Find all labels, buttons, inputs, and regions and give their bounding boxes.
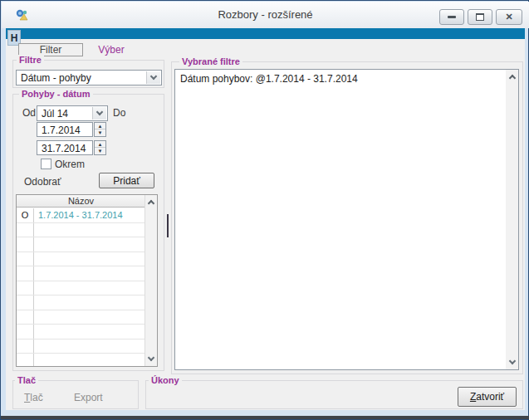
filters-group-label: Filtre xyxy=(17,55,44,65)
row-flag-cell xyxy=(17,266,34,281)
table-header-nazov[interactable]: Názov xyxy=(17,195,145,208)
close-window-button[interactable]: ✕ xyxy=(496,9,522,25)
dialog-body: H Filter Výber Filtre Dátum - pohyby Poh… xyxy=(6,28,525,410)
dropdown-arrow-button[interactable] xyxy=(146,71,160,84)
filter-type-dropdown[interactable]: Dátum - pohyby xyxy=(16,70,162,85)
scroll-down-icon[interactable] xyxy=(145,353,157,365)
row-flag-cell xyxy=(17,281,34,295)
row-flag-cell xyxy=(17,237,34,252)
row-name-cell xyxy=(38,295,144,310)
month-value: Júl 14 xyxy=(42,108,68,120)
minimize-icon xyxy=(448,16,456,18)
spinner-up-icon[interactable]: ▲ xyxy=(95,141,105,148)
spinner-up-icon[interactable]: ▲ xyxy=(95,123,105,129)
remove-button[interactable]: Odobrať xyxy=(24,176,61,188)
do-label: Do xyxy=(113,107,125,119)
scroll-up-icon[interactable] xyxy=(506,71,518,83)
row-flag-cell xyxy=(17,310,34,325)
row-name-cell xyxy=(38,310,144,325)
row-name-cell xyxy=(38,223,144,237)
date-to-value: 31.7.2014 xyxy=(42,143,86,154)
spinner-down-icon[interactable]: ▼ xyxy=(95,129,105,136)
table-row-empty[interactable] xyxy=(17,354,145,367)
row-name-cell xyxy=(38,281,144,295)
spinner-down-icon[interactable]: ▼ xyxy=(95,148,105,154)
table-row-empty[interactable] xyxy=(17,223,145,238)
actions-group-label: Úkony xyxy=(149,375,182,385)
date-from-field[interactable]: 1.7.2014 xyxy=(37,122,93,137)
row-name-cell xyxy=(38,252,144,266)
od-label: Od xyxy=(22,107,36,119)
table-row-empty[interactable] xyxy=(17,325,145,339)
row-name-cell xyxy=(38,354,144,367)
panel-splitter-handle[interactable] xyxy=(167,214,169,237)
title-bar[interactable]: Rozbory - rozšírené ✕ xyxy=(2,2,529,28)
row-flag-cell xyxy=(17,295,34,310)
movements-group-label: Pohyby - dátum xyxy=(19,89,93,99)
okrem-checkbox[interactable] xyxy=(41,159,51,169)
date-from-value: 1.7.2014 xyxy=(42,125,81,136)
row-flag-cell xyxy=(17,339,34,354)
table-row-empty[interactable] xyxy=(17,310,145,325)
minimize-button[interactable] xyxy=(439,9,464,25)
table-row-empty[interactable] xyxy=(17,252,145,267)
maximize-icon xyxy=(476,13,484,21)
row-name-cell xyxy=(38,325,144,339)
row-flag-cell: O xyxy=(17,208,34,222)
row-flag-cell xyxy=(17,325,34,339)
month-dropdown[interactable]: Júl 14 xyxy=(37,105,108,121)
filter-table: Názov O 1.7.2014 - 31.7.2014 xyxy=(16,194,158,367)
window-bottom-edge xyxy=(1,416,529,419)
filter-type-value: Dátum - pohyby xyxy=(21,72,91,84)
accent-bar xyxy=(6,28,525,39)
chevron-down-icon xyxy=(150,73,157,80)
table-row[interactable]: O 1.7.2014 - 31.7.2014 xyxy=(17,208,145,223)
tab-vyber[interactable]: Výber xyxy=(89,44,134,56)
scroll-up-icon[interactable] xyxy=(145,196,157,208)
okrem-label: Okrem xyxy=(55,159,85,170)
table-scrollbar[interactable] xyxy=(144,195,157,366)
selected-filters-group-label: Vybrané filtre xyxy=(179,56,242,66)
row-name-cell: 1.7.2014 - 31.7.2014 xyxy=(38,208,144,222)
selected-filters-content: Dátum pohybov: @1.7.2014 - 31.7.2014 xyxy=(180,73,500,85)
print-group-label: Tlač xyxy=(15,375,38,385)
table-row-empty[interactable] xyxy=(17,281,145,296)
table-row-empty[interactable] xyxy=(17,339,145,354)
row-flag-cell xyxy=(17,354,34,367)
row-flag-cell xyxy=(17,252,34,266)
row-flag-cell xyxy=(17,223,34,237)
date-to-field[interactable]: 31.7.2014 xyxy=(37,140,93,155)
filter-table-body: O 1.7.2014 - 31.7.2014 xyxy=(17,208,145,366)
date-from-spinner[interactable]: ▲ ▼ xyxy=(94,122,106,137)
textarea-scrollbar[interactable] xyxy=(506,70,518,369)
table-row-empty[interactable] xyxy=(17,266,145,281)
close-dialog-button[interactable]: Zatvoriť xyxy=(458,387,517,407)
scroll-down-icon[interactable] xyxy=(506,356,518,369)
row-name-cell xyxy=(38,339,144,354)
chevron-down-icon xyxy=(96,109,103,115)
add-button[interactable]: Pridať xyxy=(99,173,154,188)
table-row-empty[interactable] xyxy=(17,237,145,252)
selected-filters-textarea[interactable]: Dátum pohybov: @1.7.2014 - 31.7.2014 xyxy=(174,69,519,370)
month-dropdown-arrow-button[interactable] xyxy=(92,107,106,120)
export-button[interactable]: Export xyxy=(74,392,103,403)
close-icon: ✕ xyxy=(505,12,512,22)
table-row-empty[interactable] xyxy=(17,295,145,310)
row-name-cell xyxy=(38,237,144,252)
maximize-button[interactable] xyxy=(468,9,492,25)
dialog-window: Rozbory - rozšírené ✕ H Filter Výber Fil… xyxy=(0,0,529,420)
print-button[interactable]: Tlač xyxy=(24,392,43,403)
date-to-spinner[interactable]: ▲ ▼ xyxy=(94,140,106,155)
row-name-cell xyxy=(38,266,144,281)
